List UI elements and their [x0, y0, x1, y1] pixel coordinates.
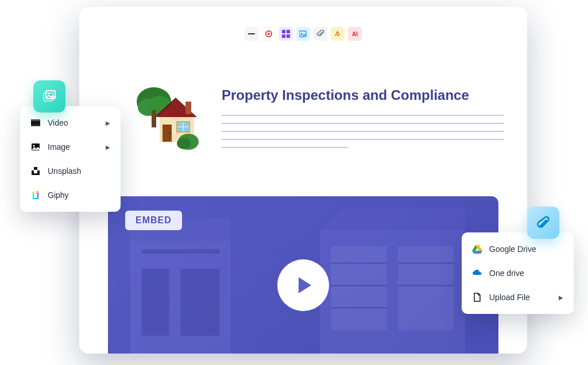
svg-rect-45 — [31, 125, 40, 126]
embed-icon — [334, 30, 342, 38]
document-window: AI — [79, 7, 527, 354]
menu-label: Unsplash — [48, 166, 81, 176]
svg-rect-57 — [33, 198, 38, 199]
svg-rect-28 — [141, 269, 169, 336]
embed-badge: EMBED — [125, 211, 182, 230]
document-title: Property Inspections and Compliance — [222, 87, 504, 103]
svg-rect-59 — [36, 192, 37, 193]
svg-point-52 — [33, 145, 35, 147]
toolbar: AI — [245, 27, 362, 41]
document-placeholder-lines — [222, 115, 504, 148]
attach-menu-one-drive[interactable]: One drive — [462, 261, 574, 285]
play-button[interactable] — [277, 259, 329, 311]
svg-marker-32 — [320, 207, 465, 230]
media-menu-video[interactable]: Video ▶ — [20, 111, 121, 135]
svg-rect-0 — [248, 33, 255, 34]
dash-icon — [248, 33, 255, 34]
toolbar-ai-button[interactable]: AI — [348, 27, 362, 41]
toolbar-attach-button[interactable] — [314, 27, 327, 41]
attach-menu-google-drive[interactable]: Google Drive — [462, 237, 574, 261]
svg-point-18 — [169, 133, 171, 134]
play-icon — [299, 277, 311, 293]
ai-label: AI — [352, 31, 358, 37]
svg-point-48 — [36, 120, 36, 121]
toolbar-grid-button[interactable] — [279, 27, 293, 41]
paperclip-icon — [536, 215, 551, 231]
svg-rect-29 — [180, 269, 219, 336]
media-menu-badge — [33, 80, 65, 112]
media-menu: Video ▶ Image ▶ Unsplash Giphy — [20, 106, 121, 212]
svg-point-46 — [32, 120, 33, 121]
media-icon — [299, 30, 307, 38]
giphy-icon — [30, 190, 41, 200]
svg-point-47 — [34, 120, 34, 121]
attach-menu: Google Drive One drive Upload File ▶ — [462, 232, 574, 314]
record-icon — [265, 30, 273, 38]
svg-rect-58 — [37, 191, 38, 192]
gallery-icon — [41, 88, 57, 104]
onedrive-icon — [472, 268, 482, 278]
image-icon — [30, 142, 41, 152]
svg-rect-5 — [282, 34, 285, 38]
house-illustration — [131, 81, 204, 155]
google-drive-icon — [472, 244, 482, 254]
video-embed-block[interactable]: EMBED — [108, 196, 498, 354]
attach-menu-upload-file[interactable]: Upload File ▶ — [462, 285, 574, 309]
svg-point-24 — [177, 138, 191, 149]
chevron-right-icon: ▶ — [559, 294, 563, 301]
svg-point-50 — [39, 120, 40, 121]
menu-label: Google Drive — [489, 244, 536, 254]
svg-rect-4 — [287, 30, 290, 33]
svg-rect-56 — [33, 191, 37, 192]
svg-rect-12 — [152, 110, 156, 127]
svg-rect-54 — [33, 191, 34, 199]
chevron-right-icon: ▶ — [106, 120, 110, 126]
menu-label: Video — [48, 118, 68, 127]
media-menu-unsplash[interactable]: Unsplash — [20, 159, 121, 183]
media-menu-image[interactable]: Image ▶ — [20, 135, 121, 159]
svg-rect-3 — [282, 30, 285, 33]
svg-point-49 — [37, 120, 38, 121]
grid-icon — [282, 30, 290, 38]
toolbar-dash-button[interactable] — [245, 27, 258, 41]
svg-rect-16 — [185, 102, 191, 114]
svg-rect-53 — [34, 167, 37, 170]
video-icon — [30, 118, 41, 128]
toolbar-embed-button[interactable] — [331, 27, 345, 41]
svg-rect-30 — [141, 249, 219, 254]
unsplash-icon — [30, 166, 41, 176]
document-header: Property Inspections and Compliance — [131, 81, 504, 155]
chevron-right-icon: ▶ — [106, 144, 110, 150]
menu-label: Giphy — [48, 191, 69, 200]
svg-rect-33 — [331, 246, 387, 330]
paperclip-icon — [316, 30, 324, 38]
menu-label: One drive — [489, 269, 524, 278]
svg-point-2 — [268, 33, 270, 35]
media-menu-giphy[interactable]: Giphy — [20, 183, 121, 207]
menu-label: Image — [48, 142, 70, 152]
svg-rect-34 — [398, 246, 454, 330]
attach-menu-badge — [527, 207, 559, 239]
toolbar-record-button[interactable] — [262, 27, 276, 41]
toolbar-media-button[interactable] — [296, 27, 310, 41]
file-icon — [472, 292, 482, 302]
svg-rect-6 — [287, 34, 290, 38]
menu-label: Upload File — [489, 293, 530, 302]
